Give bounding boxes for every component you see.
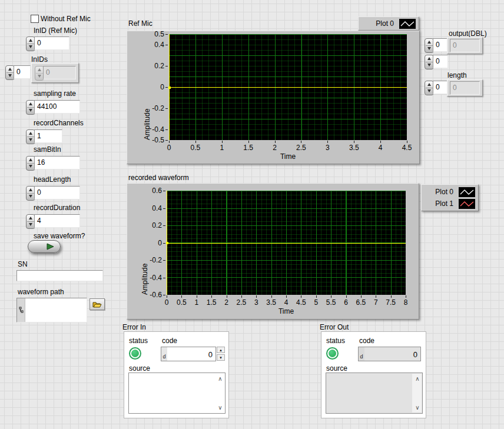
error-in-code-increment-button[interactable]: ▲ xyxy=(217,347,225,353)
scroll-up-icon[interactable]: ∧ xyxy=(414,375,421,382)
ref-mic-x-axis-title: Time xyxy=(280,152,296,161)
browse-folder-button[interactable] xyxy=(89,298,105,310)
y-tick-mark xyxy=(165,140,168,141)
x-tick-mark xyxy=(406,295,406,298)
error-out-code-label: code xyxy=(359,337,374,345)
x-tick-label: 0 xyxy=(167,144,171,152)
record-duration-field[interactable]: 4 xyxy=(34,214,80,228)
x-tick-mark xyxy=(248,141,249,143)
plot-origin-marker xyxy=(166,242,168,244)
error-in-status-led[interactable] xyxy=(129,347,141,360)
error-out-code-field: d 0 xyxy=(358,347,421,361)
error-out-status-label: status xyxy=(326,337,345,345)
sam-bit-in-field[interactable]: 16 xyxy=(34,156,80,169)
length-index-field[interactable]: 0 xyxy=(433,81,448,94)
legend-item[interactable]: Plot 1 xyxy=(425,199,475,209)
without-ref-mic-label: Without Ref Mic xyxy=(41,15,91,23)
error-out-source-label: source xyxy=(326,364,347,373)
x-tick-label: 1.5 xyxy=(207,298,217,307)
y-tick-label: -0.4 xyxy=(150,274,162,282)
recorded-waveform-graph: Time Amplitude 00.511.522.533.544.555.56… xyxy=(127,183,419,320)
record-channels-field[interactable]: 1 xyxy=(34,129,62,143)
save-waveform-toggle-button[interactable] xyxy=(28,240,61,253)
inid-label: InID (Ref Mic) xyxy=(34,26,77,35)
legend-item[interactable]: Plot 0 xyxy=(425,187,475,197)
x-tick-label: 0.5 xyxy=(191,144,201,152)
scroll-up-icon[interactable]: ∧ xyxy=(217,375,224,382)
error-in-source-label: source xyxy=(129,364,150,373)
legend-plot-label: Plot 1 xyxy=(435,199,453,208)
waveform-path-field[interactable] xyxy=(16,298,87,322)
x-tick-label: 0 xyxy=(165,298,169,307)
error-in-code-decrement-button[interactable]: ▼ xyxy=(217,354,225,361)
length-value-field: 0 xyxy=(450,81,480,95)
x-tick-mark xyxy=(376,295,376,298)
x-tick-mark xyxy=(275,141,276,143)
x-tick-label: 6.5 xyxy=(356,298,366,307)
y-tick-label: 0.4 xyxy=(154,41,164,49)
waveform-path-label: waveform path xyxy=(18,288,64,296)
error-in-code-field[interactable]: d 0 xyxy=(161,347,216,361)
output-dbl-index-a-field[interactable]: 0 xyxy=(433,38,448,52)
sampling-rate-field[interactable]: 44100 xyxy=(34,100,80,114)
y-tick-mark xyxy=(163,243,165,244)
x-tick-label: 4.5 xyxy=(402,144,412,152)
plot-origin-marker xyxy=(168,87,171,89)
y-tick-label: 0.6 xyxy=(152,187,162,195)
plot-series-line xyxy=(169,87,407,88)
ref-mic-legend[interactable]: Plot 0 xyxy=(358,16,419,31)
x-tick-label: 5.5 xyxy=(326,298,336,307)
sampling-rate-label: sampling rate xyxy=(34,89,76,98)
x-tick-mark xyxy=(241,295,242,298)
plot-series-line xyxy=(167,243,406,244)
scroll-down-icon[interactable]: ∨ xyxy=(414,404,421,411)
error-in-source-field[interactable]: ∧ ∨ xyxy=(128,373,226,414)
x-tick-mark xyxy=(361,295,362,298)
x-tick-label: 7.5 xyxy=(386,298,396,307)
x-tick-label: 0.5 xyxy=(177,298,187,307)
x-tick-mark xyxy=(407,141,407,143)
y-tick-mark xyxy=(165,87,168,88)
legend-item[interactable]: Plot 0 xyxy=(362,19,416,29)
error-out-code-value: 0 xyxy=(413,350,417,358)
x-tick-label: 3 xyxy=(254,298,258,307)
inid-field[interactable]: 0 xyxy=(34,36,69,50)
output-dbl-index-b-field[interactable]: 0 xyxy=(433,55,448,68)
x-tick-mark xyxy=(346,295,347,298)
x-tick-mark xyxy=(211,295,212,298)
inids-index-field[interactable]: 0 xyxy=(14,65,31,79)
recorded-waveform-x-axis-title: Time xyxy=(278,307,294,315)
error-in-code-label: code xyxy=(162,337,177,345)
legend-line-swatch[interactable] xyxy=(459,187,475,197)
x-tick-mark xyxy=(222,141,223,143)
head-length-field[interactable]: 0 xyxy=(34,186,80,199)
y-tick-mark xyxy=(165,45,168,45)
error-in-status-label: status xyxy=(129,337,148,345)
recorded-waveform-plot-area: Time Amplitude 00.511.522.533.544.555.56… xyxy=(167,191,406,295)
error-out-title: Error Out xyxy=(320,323,349,331)
x-tick-mark xyxy=(316,295,317,298)
y-tick-label: 0 xyxy=(158,239,162,247)
without-ref-mic-checkbox[interactable] xyxy=(31,15,39,23)
legend-line-swatch[interactable] xyxy=(399,19,416,29)
save-waveform-label: save waveform? xyxy=(34,232,85,240)
green-arrow-icon xyxy=(46,243,55,250)
x-tick-label: 7 xyxy=(374,298,378,307)
labview-front-panel: Without Ref Mic InID (Ref Mic) 0 InIDs 0… xyxy=(0,0,504,429)
y-tick-label: -0.4 xyxy=(152,125,164,134)
y-tick-label: 0.5 xyxy=(154,30,164,38)
recorded-waveform-legend[interactable]: Plot 0Plot 1 xyxy=(421,184,479,211)
legend-line-swatch[interactable] xyxy=(459,199,475,209)
y-tick-mark xyxy=(163,208,165,209)
error-in-title: Error In xyxy=(122,323,146,331)
y-tick-mark xyxy=(165,66,168,66)
x-tick-label: 3.5 xyxy=(266,298,276,307)
y-tick-mark xyxy=(163,260,165,261)
scroll-down-icon[interactable]: ∨ xyxy=(217,404,224,411)
sam-bit-in-label: samBitIn xyxy=(34,145,61,154)
path-glyph-icon xyxy=(19,307,24,314)
sn-label: SN xyxy=(18,260,28,268)
y-tick-label: 0.2 xyxy=(154,62,164,70)
error-out-source-field: ∧ ∨ xyxy=(326,373,423,414)
sn-field[interactable] xyxy=(16,270,103,281)
